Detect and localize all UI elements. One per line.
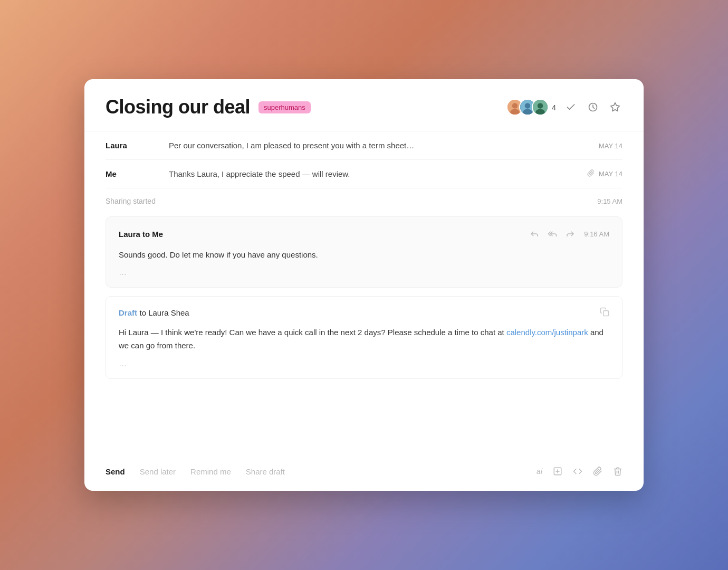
card-header: Closing our deal superhumans	[84, 79, 644, 131]
email-date: MAY 14	[599, 142, 622, 150]
svg-point-8	[535, 109, 545, 116]
superhumans-tag[interactable]: superhumans	[258, 101, 311, 113]
svg-rect-11	[604, 311, 609, 316]
svg-marker-10	[611, 103, 620, 111]
draft-label: Draft	[119, 308, 137, 317]
toolbar-right: ai	[537, 467, 622, 476]
draft-header-left: Draft to Laura Shea	[119, 308, 189, 318]
share-draft-button[interactable]: Share draft	[246, 467, 285, 476]
toolbar-left: Send Send later Remind me Share draft	[106, 467, 285, 476]
delete-icon[interactable]	[613, 467, 622, 476]
send-later-button[interactable]: Send later	[140, 467, 176, 476]
email-card: Closing our deal superhumans	[84, 79, 644, 491]
sharing-row: Sharing started 9:15 AM	[106, 188, 622, 214]
expanded-email: Laura to Me	[106, 216, 622, 288]
clock-icon[interactable]	[586, 100, 600, 115]
svg-point-2	[510, 109, 520, 116]
reply-icon[interactable]	[528, 227, 541, 240]
email-sender: Me	[106, 169, 169, 178]
email-date: MAY 14	[599, 170, 622, 178]
email-time: 9:16 AM	[584, 230, 609, 238]
draft-body: Hi Laura — I think we're ready! Can we h…	[119, 326, 609, 353]
copy-icon[interactable]	[600, 307, 609, 319]
draft-body-start: Hi Laura — I think we're ready! Can we h…	[119, 328, 506, 337]
participant-count: 4	[552, 103, 556, 112]
avatar	[532, 99, 549, 116]
avatar-group: 4	[506, 99, 556, 116]
expanded-email-header: Laura to Me	[119, 227, 609, 240]
email-from: Laura to Me	[119, 230, 163, 239]
svg-point-5	[523, 109, 532, 116]
email-row[interactable]: Laura Per our conversation, I am pleased…	[106, 131, 622, 160]
email-expand-dots[interactable]: …	[119, 268, 609, 277]
page-title: Closing our deal	[106, 96, 250, 118]
sharing-time: 9:15 AM	[597, 197, 622, 205]
email-snippet: Per our conversation, I am pleased to pr…	[169, 141, 588, 150]
attachment-icon	[587, 169, 595, 178]
code-icon[interactable]	[573, 467, 582, 476]
email-snippet: Thanks Laura, I appreciate the speed — w…	[169, 169, 577, 178]
svg-point-7	[537, 103, 543, 109]
email-list: Laura Per our conversation, I am pleased…	[84, 131, 644, 214]
sharing-label: Sharing started	[106, 197, 156, 205]
email-meta: MAY 14	[587, 169, 622, 178]
svg-point-1	[512, 103, 518, 109]
forward-icon[interactable]	[564, 227, 577, 240]
draft-to: to Laura Shea	[139, 308, 189, 317]
checkmark-icon[interactable]	[563, 100, 578, 115]
draft-header: Draft to Laura Shea	[119, 307, 609, 319]
email-sender: Laura	[106, 141, 169, 150]
reply-all-icon[interactable]	[546, 227, 559, 240]
insert-icon[interactable]	[553, 467, 562, 476]
archive-icon[interactable]	[608, 100, 622, 115]
send-button[interactable]: Send	[106, 467, 125, 476]
svg-point-4	[524, 103, 530, 109]
toolbar: Send Send later Remind me Share draft ai	[84, 456, 644, 491]
email-row[interactable]: Me Thanks Laura, I appreciate the speed …	[106, 160, 622, 188]
draft-section: Draft to Laura Shea Hi Laura — I think w…	[106, 296, 622, 379]
remind-me-button[interactable]: Remind me	[190, 467, 231, 476]
ai-button[interactable]: ai	[537, 467, 542, 476]
draft-expand-dots[interactable]: …	[119, 359, 609, 368]
draft-link[interactable]: calendly.com/justinpark	[506, 328, 588, 337]
email-meta: MAY 14	[599, 142, 622, 150]
header-right: 4	[506, 99, 622, 116]
email-actions: 9:16 AM	[528, 227, 609, 240]
header-left: Closing our deal superhumans	[106, 96, 311, 118]
email-body: Sounds good. Do let me know if you have …	[119, 249, 609, 261]
attachment-icon[interactable]	[593, 467, 602, 476]
